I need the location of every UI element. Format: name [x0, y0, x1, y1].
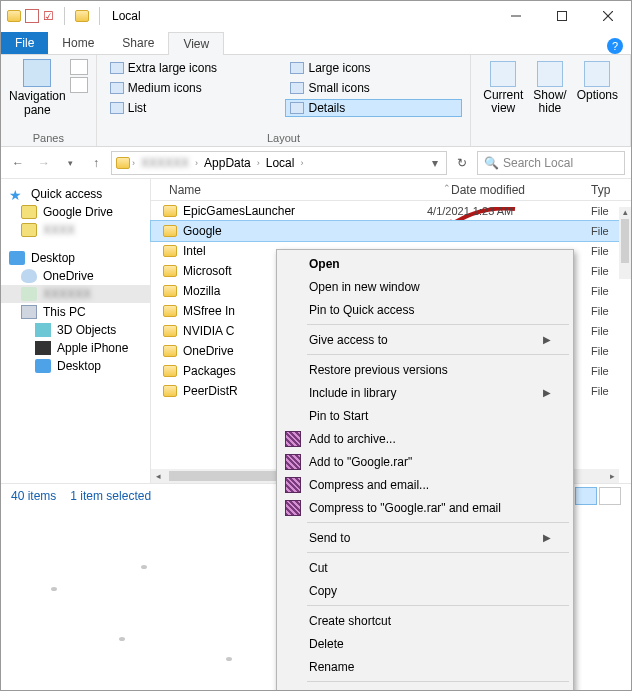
- thumbnails-view-toggle[interactable]: [599, 487, 621, 505]
- file-row[interactable]: GoogleFile: [151, 221, 631, 241]
- ctx-open-new-window[interactable]: Open in new window: [279, 275, 571, 298]
- file-name: Intel: [183, 244, 206, 258]
- scroll-left-icon[interactable]: ◂: [151, 471, 165, 481]
- ctx-pin-start[interactable]: Pin to Start: [279, 404, 571, 427]
- show-hide-button[interactable]: Show/ hide: [529, 59, 570, 117]
- ctx-separator: [307, 324, 569, 325]
- tab-home[interactable]: Home: [48, 32, 108, 54]
- vertical-scrollbar[interactable]: ▴: [619, 207, 631, 279]
- sidebar-item-desktop[interactable]: Desktop: [1, 249, 150, 267]
- search-input[interactable]: 🔍 Search Local: [477, 151, 625, 175]
- scroll-right-icon[interactable]: ▸: [605, 471, 619, 481]
- ctx-properties[interactable]: Properties: [279, 685, 571, 691]
- breadcrumb-local[interactable]: Local: [262, 156, 299, 170]
- svg-rect-1: [558, 12, 567, 21]
- layout-small[interactable]: Small icons: [285, 79, 462, 97]
- sidebar-item-onedrive[interactable]: OneDrive: [1, 267, 150, 285]
- layout-list[interactable]: List: [105, 99, 282, 117]
- chevron-right-icon[interactable]: ›: [132, 158, 135, 168]
- ribbon: Navigation pane Panes Extra large icons …: [1, 55, 631, 147]
- search-placeholder: Search Local: [503, 156, 573, 170]
- ctx-open[interactable]: Open: [279, 252, 571, 275]
- file-row[interactable]: EpicGamesLauncher4/1/2021 1:23 AMFile: [151, 201, 631, 221]
- preview-pane-button[interactable]: [70, 59, 88, 75]
- breadcrumb-appdata[interactable]: AppData: [200, 156, 255, 170]
- maximize-button[interactable]: [539, 1, 585, 31]
- close-button[interactable]: [585, 1, 631, 31]
- sidebar-item-google-drive[interactable]: Google Drive: [1, 203, 150, 221]
- qat-folder-icon[interactable]: [75, 10, 89, 22]
- tab-view[interactable]: View: [168, 32, 224, 55]
- chevron-right-icon: ▶: [543, 532, 551, 543]
- sidebar-item-quick-access[interactable]: ★Quick access: [1, 185, 150, 203]
- layout-details-label: Details: [308, 101, 345, 115]
- layout-details[interactable]: Details: [285, 99, 462, 117]
- layout-sm-label: Small icons: [308, 81, 369, 95]
- current-view-label: Current view: [483, 89, 523, 115]
- ctx-compress-email[interactable]: Compress and email...: [279, 473, 571, 496]
- layout-medium[interactable]: Medium icons: [105, 79, 282, 97]
- column-type[interactable]: Typ: [591, 183, 625, 197]
- chevron-right-icon[interactable]: ›: [300, 158, 303, 168]
- details-view-toggle[interactable]: [575, 487, 597, 505]
- ctx-copy[interactable]: Copy: [279, 579, 571, 602]
- ribbon-label-panes: Panes: [9, 130, 88, 144]
- sidebar-item-this-pc[interactable]: This PC: [1, 303, 150, 321]
- ctx-compress-rar-email[interactable]: Compress to "Google.rar" and email: [279, 496, 571, 519]
- minimize-button[interactable]: [493, 1, 539, 31]
- navigation-pane-button[interactable]: Navigation pane: [9, 59, 66, 118]
- sidebar-item-user[interactable]: XXXXXX: [1, 285, 150, 303]
- ctx-cut[interactable]: Cut: [279, 556, 571, 579]
- ctx-label: Add to "Google.rar": [309, 455, 412, 469]
- chevron-right-icon: ▶: [543, 387, 551, 398]
- help-icon[interactable]: ?: [607, 38, 623, 54]
- ctx-give-access-to[interactable]: Give access to▶: [279, 328, 571, 351]
- ctx-include-library[interactable]: Include in library▶: [279, 381, 571, 404]
- folder-icon: [163, 325, 177, 337]
- file-type: File: [591, 365, 625, 377]
- chevron-right-icon[interactable]: ›: [195, 158, 198, 168]
- scrollbar-thumb[interactable]: [621, 219, 629, 263]
- user-icon: [21, 287, 37, 301]
- ctx-pin-quick-access[interactable]: Pin to Quick access: [279, 298, 571, 321]
- ctx-create-shortcut[interactable]: Create shortcut: [279, 609, 571, 632]
- ctx-add-google-rar[interactable]: Add to "Google.rar": [279, 450, 571, 473]
- tab-file[interactable]: File: [1, 32, 48, 54]
- ctx-label: Restore previous versions: [309, 363, 448, 377]
- sidebar-label: Desktop: [57, 359, 101, 373]
- sidebar-label: OneDrive: [43, 269, 94, 283]
- options-button[interactable]: Options: [573, 59, 622, 117]
- chevron-right-icon[interactable]: ›: [257, 158, 260, 168]
- address-bar[interactable]: › XXXXXX › AppData › Local › ▾: [111, 151, 447, 175]
- layout-large[interactable]: Large icons: [285, 59, 462, 77]
- status-item-count: 40 items: [11, 489, 56, 503]
- up-button[interactable]: ↑: [85, 152, 107, 174]
- ctx-rename[interactable]: Rename: [279, 655, 571, 678]
- show-hide-label: Show/ hide: [533, 89, 566, 115]
- sidebar-item-blurred[interactable]: XXXX: [1, 221, 150, 239]
- forward-button[interactable]: →: [33, 152, 55, 174]
- ctx-add-archive[interactable]: Add to archive...: [279, 427, 571, 450]
- qat-icon-1[interactable]: [25, 9, 39, 23]
- ctx-restore-versions[interactable]: Restore previous versions: [279, 358, 571, 381]
- address-dropdown[interactable]: ▾: [428, 156, 442, 170]
- file-type: File: [591, 345, 625, 357]
- current-view-button[interactable]: Current view: [479, 59, 527, 117]
- tab-share[interactable]: Share: [108, 32, 168, 54]
- column-date[interactable]: Date modified: [451, 183, 591, 197]
- refresh-button[interactable]: ↻: [451, 152, 473, 174]
- sidebar-item-desktop-2[interactable]: Desktop: [1, 357, 150, 375]
- qat-icon-check[interactable]: ☑: [43, 9, 54, 23]
- ctx-send-to[interactable]: Send to▶: [279, 526, 571, 549]
- back-button[interactable]: ←: [7, 152, 29, 174]
- breadcrumb-user[interactable]: XXXXXX: [137, 156, 193, 170]
- details-pane-button[interactable]: [70, 77, 88, 93]
- ctx-delete[interactable]: Delete: [279, 632, 571, 655]
- column-name[interactable]: Name: [151, 183, 391, 197]
- sidebar-item-apple-iphone[interactable]: Apple iPhone: [1, 339, 150, 357]
- ctx-separator: [307, 552, 569, 553]
- scrollbar-thumb[interactable]: [169, 471, 289, 481]
- recent-button[interactable]: ▾: [59, 152, 81, 174]
- layout-extra-large[interactable]: Extra large icons: [105, 59, 282, 77]
- sidebar-item-3d-objects[interactable]: 3D Objects: [1, 321, 150, 339]
